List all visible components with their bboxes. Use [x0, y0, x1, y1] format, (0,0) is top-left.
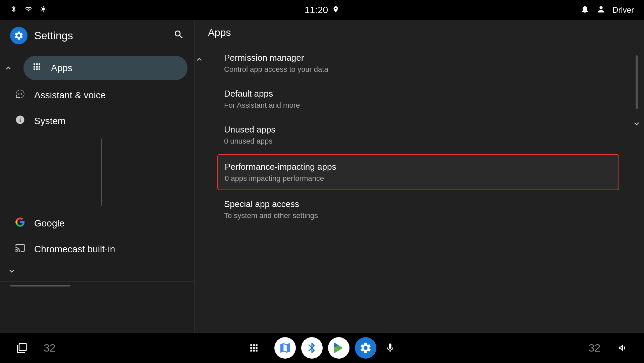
- location-icon: [332, 6, 339, 14]
- sidebar-item-system-label: System: [34, 116, 65, 126]
- settings-icon: [10, 27, 28, 44]
- settings-header: Settings: [0, 20, 194, 51]
- taskbar-left-count: 32: [44, 342, 56, 354]
- microphone-button[interactable]: [382, 340, 398, 356]
- settings-app-icon[interactable]: [355, 337, 376, 359]
- assistant-icon: [13, 89, 27, 101]
- permission-manager-title: Permission manager: [224, 53, 612, 63]
- apps-icon: [30, 62, 44, 74]
- status-time: 11:20: [305, 5, 328, 15]
- person-icon: [596, 5, 606, 15]
- right-chevron-up-area: [195, 45, 207, 333]
- settings-title-area: Settings: [10, 27, 73, 44]
- collapse-up-button[interactable]: [0, 60, 17, 76]
- unused-apps-title: Unused apps: [224, 124, 612, 135]
- taskbar: 32: [0, 333, 644, 363]
- right-panel: Apps Permission manager Control app acce…: [195, 20, 644, 333]
- cast-icon: [13, 243, 27, 255]
- right-scrollbar-area: [629, 45, 644, 333]
- play-store-app-icon[interactable]: [328, 337, 350, 359]
- default-apps-subtitle: For Assistant and more: [224, 101, 612, 110]
- performance-apps-subtitle: 0 apps impacting performance: [225, 174, 612, 183]
- volume-button[interactable]: [614, 340, 631, 356]
- right-scrollbar: [636, 55, 638, 109]
- status-bar: 11:20 Driver: [0, 0, 644, 20]
- unused-apps-subtitle: 0 unused apps: [224, 137, 612, 146]
- brightness-icon: [40, 5, 47, 15]
- apps-grid-button[interactable]: [246, 340, 262, 356]
- search-icon[interactable]: [173, 29, 184, 42]
- status-bar-center: 11:20: [305, 5, 339, 15]
- special-access-subtitle: To system and other settings: [224, 211, 612, 220]
- menu-item-special-access[interactable]: Special app access To system and other s…: [207, 192, 629, 227]
- settings-title: Settings: [34, 30, 73, 42]
- sidebar-item-chromecast-label: Chromecast built-in: [34, 244, 115, 255]
- svg-point-1: [21, 93, 22, 95]
- menu-item-unused-apps[interactable]: Unused apps 0 unused apps: [207, 117, 629, 153]
- right-panel-title: Apps: [208, 27, 231, 38]
- window-button[interactable]: [13, 340, 30, 356]
- sidebar-item-assistant[interactable]: Assistant & voice: [7, 83, 187, 107]
- system-icon: [13, 115, 27, 127]
- sidebar-item-system[interactable]: System: [7, 109, 187, 133]
- menu-item-default-apps[interactable]: Default apps For Assistant and more: [207, 81, 629, 117]
- status-bar-right: Driver: [580, 5, 634, 15]
- google-icon: [13, 217, 27, 229]
- taskbar-right-count: 32: [588, 342, 600, 354]
- sidebar-item-google[interactable]: Google: [7, 211, 187, 236]
- performance-apps-title: Performance-impacting apps: [225, 162, 612, 172]
- taskbar-right: 32: [588, 340, 631, 356]
- default-apps-title: Default apps: [224, 89, 612, 99]
- main-area: Settings: [0, 20, 644, 333]
- menu-item-performance-apps[interactable]: Performance-impacting apps 0 apps impact…: [217, 154, 619, 190]
- maps-app-icon[interactable]: [274, 337, 296, 359]
- taskbar-left: 32: [13, 340, 56, 356]
- svg-point-0: [18, 93, 19, 95]
- collapse-down-button[interactable]: [3, 263, 20, 279]
- right-content: Permission manager Control app access to…: [195, 45, 644, 333]
- driver-label: Driver: [612, 5, 634, 15]
- status-bar-left: [10, 5, 47, 15]
- sidebar-item-assistant-label: Assistant & voice: [34, 90, 106, 101]
- right-menu-list: Permission manager Control app access to…: [207, 45, 629, 333]
- right-chevron-down[interactable]: [632, 119, 641, 131]
- menu-item-permission-manager[interactable]: Permission manager Control app access to…: [207, 45, 629, 81]
- left-scrollbar: [101, 139, 102, 206]
- sidebar-item-apps[interactable]: Apps: [23, 56, 187, 80]
- bluetooth-icon: [10, 5, 17, 15]
- taskbar-center: [246, 337, 398, 359]
- wifi-icon: [25, 5, 32, 15]
- collapse-up-row: Apps: [0, 54, 194, 82]
- permission-manager-subtitle: Control app access to your data: [224, 65, 612, 74]
- nav-list: Apps Assistant & voice: [0, 51, 194, 333]
- right-chevron-up[interactable]: [195, 55, 204, 66]
- right-panel-header: Apps: [195, 20, 644, 45]
- sidebar-item-chromecast[interactable]: Chromecast built-in: [7, 237, 187, 261]
- special-access-title: Special app access: [224, 199, 612, 209]
- left-panel: Settings: [0, 20, 195, 333]
- notification-icon: [580, 5, 590, 15]
- sidebar-item-google-label: Google: [34, 218, 64, 229]
- sidebar-item-apps-label: Apps: [51, 63, 72, 73]
- bluetooth-app-icon[interactable]: [301, 337, 323, 359]
